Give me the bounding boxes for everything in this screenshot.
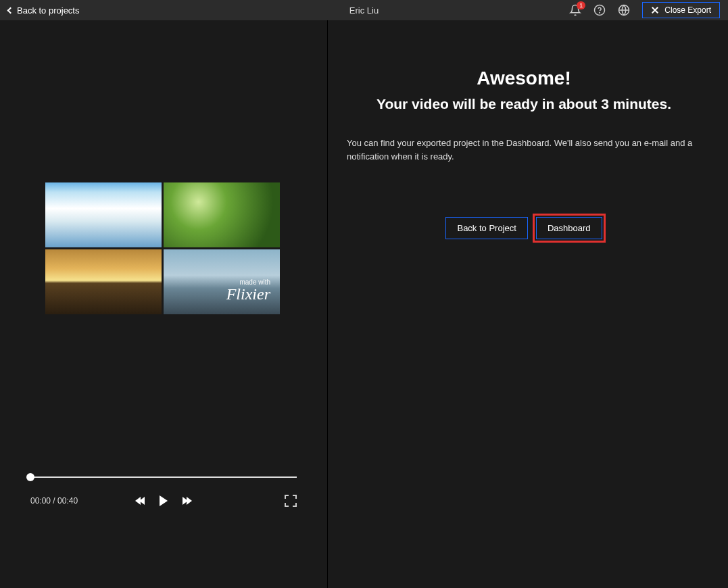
notification-badge: 1 <box>577 1 585 9</box>
forward-button[interactable] <box>183 497 191 505</box>
player-controls: 00:00 / 00:40 <box>30 476 297 509</box>
export-body: You can find your exported project in th… <box>347 137 701 163</box>
back-to-projects-link[interactable]: Back to projects <box>8 5 80 16</box>
help-icon <box>593 4 606 16</box>
export-status-pane: Awesome! Your video will be ready in abo… <box>327 20 728 588</box>
time-display: 00:00 / 00:40 <box>30 496 78 506</box>
preview-tile: made with Flixier <box>164 249 280 314</box>
export-headline: Awesome! <box>347 68 701 89</box>
close-export-label: Close Export <box>664 5 711 15</box>
watermark-brand: Flixier <box>226 286 270 302</box>
export-actions: Back to Project Dashboard <box>347 217 701 239</box>
watermark-small: made with <box>226 278 270 286</box>
fullscreen-button[interactable] <box>285 495 297 507</box>
preview-tile <box>164 182 280 247</box>
transport-controls <box>137 495 191 506</box>
video-preview: made with Flixier <box>45 182 282 314</box>
seek-bar[interactable] <box>30 476 297 478</box>
fullscreen-icon <box>285 495 289 499</box>
main-content: made with Flixier 00:00 / 00:40 <box>0 20 728 588</box>
seek-thumb[interactable] <box>26 473 34 481</box>
globe-icon <box>618 4 630 16</box>
preview-tile <box>45 249 162 314</box>
preview-pane: made with Flixier 00:00 / 00:40 <box>0 20 327 588</box>
svg-point-1 <box>600 12 600 13</box>
back-to-project-button[interactable]: Back to Project <box>445 217 527 239</box>
chevron-left-icon <box>7 7 14 14</box>
user-name: Eric Liu <box>349 5 379 16</box>
top-bar: Back to projects Eric Liu 1 Close Export <box>0 0 728 20</box>
close-export-button[interactable]: Close Export <box>642 2 720 18</box>
close-icon <box>651 6 659 14</box>
play-button[interactable] <box>160 495 168 506</box>
notifications-button[interactable]: 1 <box>569 4 581 16</box>
export-subhead: Your video will be ready in about 3 minu… <box>347 96 701 112</box>
back-label: Back to projects <box>17 5 80 16</box>
help-button[interactable] <box>593 4 606 16</box>
top-actions: 1 Close Export <box>569 2 720 18</box>
preview-tile <box>45 182 162 247</box>
dashboard-button[interactable]: Dashboard <box>536 217 602 239</box>
controls-row: 00:00 / 00:40 <box>30 493 297 509</box>
preview-grid: made with Flixier <box>45 182 282 314</box>
watermark: made with Flixier <box>226 278 270 302</box>
rewind-button[interactable] <box>137 497 145 505</box>
language-button[interactable] <box>618 4 630 16</box>
